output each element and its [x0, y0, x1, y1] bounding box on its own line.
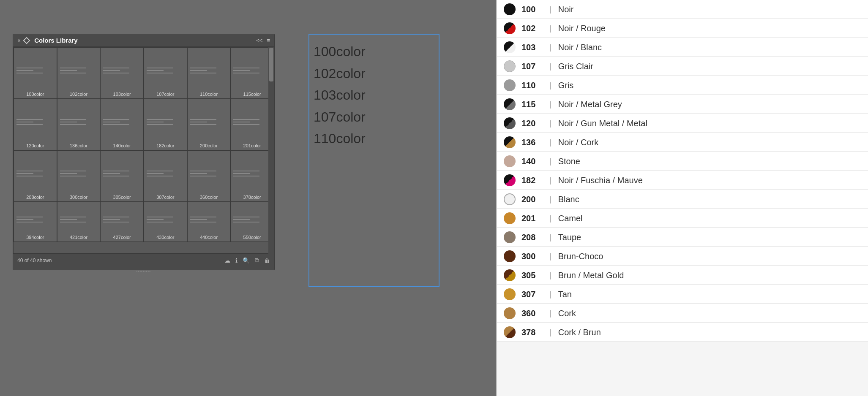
list-item[interactable]: 110|Gris: [497, 76, 868, 95]
cell-label: 115color: [243, 92, 261, 97]
list-item[interactable]: 100|Noir: [497, 0, 868, 19]
footer-icons: ☁ ℹ 🔍 ⧉ 🗑: [224, 257, 270, 264]
cell-label: 103color: [113, 92, 131, 97]
list-item[interactable]: 182color: [144, 99, 187, 150]
preview-line: [147, 73, 173, 73]
color-name: Noir / Gun Metal / Metal: [558, 119, 647, 128]
color-name: Cork / Brun: [558, 328, 601, 337]
cell-label: 307color: [156, 195, 174, 200]
list-item[interactable]: 103color: [100, 47, 144, 99]
cell-label: 550color: [243, 235, 261, 240]
cell-preview: [188, 151, 230, 195]
list-item[interactable]: 360color: [187, 150, 231, 202]
list-item[interactable]: 305color: [100, 150, 144, 202]
list-item[interactable]: 120|Noir / Gun Metal / Metal: [497, 114, 868, 133]
list-item[interactable]: 307|Tan: [497, 285, 868, 304]
cell-label: 201color: [243, 143, 261, 148]
list-item[interactable]: 115|Noir / Metal Grey: [497, 95, 868, 114]
menu-button[interactable]: ≡: [267, 37, 270, 43]
copy-icon[interactable]: ⧉: [255, 257, 259, 264]
list-item[interactable]: 136|Noir / Cork: [497, 133, 868, 152]
resize-handle[interactable]: ▪▪▪▪▪▪▪▪▪: [13, 266, 274, 270]
preview-line: [16, 217, 43, 217]
cell-preview: [101, 48, 143, 92]
preview-line: [103, 73, 129, 73]
list-item[interactable]: 427color: [100, 202, 144, 242]
list-item[interactable]: 394color: [14, 202, 57, 242]
preview-line: [233, 122, 250, 122]
preview-line: [103, 176, 129, 176]
color-separator: |: [549, 252, 551, 261]
list-item[interactable]: 200|Blanc: [497, 190, 868, 209]
list-item[interactable]: 440color: [187, 202, 231, 242]
scrollbar[interactable]: [268, 47, 274, 254]
cell-label: 421color: [70, 235, 87, 240]
list-item[interactable]: 182|Noir / Fuschia / Mauve: [497, 171, 868, 190]
list-item[interactable]: 100color: [14, 47, 57, 99]
list-item[interactable]: 103|Noir / Blanc: [497, 38, 868, 57]
preview-line: [16, 119, 43, 120]
cloud-icon[interactable]: ☁: [224, 257, 230, 264]
list-item[interactable]: 378color: [230, 150, 274, 202]
preview-line: [147, 119, 173, 120]
color-name: Camel: [558, 214, 583, 223]
color-separator: |: [549, 119, 551, 128]
preview-text-103: 103color: [314, 87, 434, 104]
preview-line: [190, 173, 207, 174]
list-item[interactable]: 208|Taupe: [497, 228, 868, 247]
list-item[interactable]: 140|Stone: [497, 152, 868, 171]
cell-preview: [14, 99, 57, 143]
titlebar-right: << ≡: [256, 37, 270, 43]
cell-label: 107color: [156, 92, 174, 97]
color-number: 120: [521, 119, 543, 128]
list-item[interactable]: 140color: [100, 99, 144, 150]
list-item[interactable]: 200color: [187, 99, 231, 150]
color-icon: [504, 98, 516, 110]
color-number: 107: [521, 62, 543, 71]
cell-preview: [57, 202, 100, 235]
info-icon[interactable]: ℹ: [235, 257, 237, 264]
preview-line: [190, 217, 216, 217]
color-number: 182: [521, 176, 543, 185]
color-separator: |: [549, 5, 551, 14]
list-item[interactable]: 201color: [230, 99, 274, 150]
list-item[interactable]: 378|Cork / Brun: [497, 323, 868, 342]
cell-preview: [188, 202, 230, 235]
list-item[interactable]: 421color: [57, 202, 101, 242]
list-item[interactable]: 102color: [57, 47, 101, 99]
preview-line: [16, 124, 43, 125]
list-item[interactable]: 300color: [57, 150, 101, 202]
color-icon: [504, 307, 516, 319]
list-item[interactable]: 110color: [187, 47, 231, 99]
list-item[interactable]: 360|Cork: [497, 304, 868, 323]
list-item[interactable]: 305|Brun / Metal Gold: [497, 266, 868, 285]
color-separator: |: [549, 157, 551, 166]
list-item[interactable]: 115color: [230, 47, 274, 99]
cell-preview: [188, 99, 230, 143]
delete-icon[interactable]: 🗑: [264, 257, 270, 264]
collapse-button[interactable]: <<: [256, 37, 262, 43]
list-item[interactable]: 107color: [144, 47, 187, 99]
color-number: 200: [521, 195, 543, 204]
color-name: Noir / Rouge: [558, 24, 606, 33]
colors-library-panel: × Colors Library << ≡ 100color: [13, 34, 275, 270]
list-item[interactable]: 307color: [144, 150, 187, 202]
list-item[interactable]: 550color: [230, 202, 274, 242]
list-item[interactable]: 102|Noir / Rouge: [497, 19, 868, 38]
search-icon[interactable]: 🔍: [243, 257, 250, 264]
list-item[interactable]: 430color: [144, 202, 187, 242]
cell-preview: [57, 99, 100, 143]
list-item[interactable]: 300|Brun-Choco: [497, 247, 868, 266]
list-item[interactable]: 201|Camel: [497, 209, 868, 228]
list-item[interactable]: 208color: [14, 150, 57, 202]
preview-line: [103, 70, 120, 71]
close-button[interactable]: ×: [17, 37, 21, 44]
scrollbar-thumb[interactable]: [269, 48, 273, 81]
list-item[interactable]: 120color: [14, 99, 57, 150]
cell-preview: [231, 202, 273, 235]
color-name: Gris: [558, 81, 574, 90]
list-item[interactable]: 136color: [57, 99, 101, 150]
list-item[interactable]: 107|Gris Clair: [497, 57, 868, 76]
preview-line: [190, 171, 216, 171]
preview-text-100: 100color: [314, 43, 434, 61]
